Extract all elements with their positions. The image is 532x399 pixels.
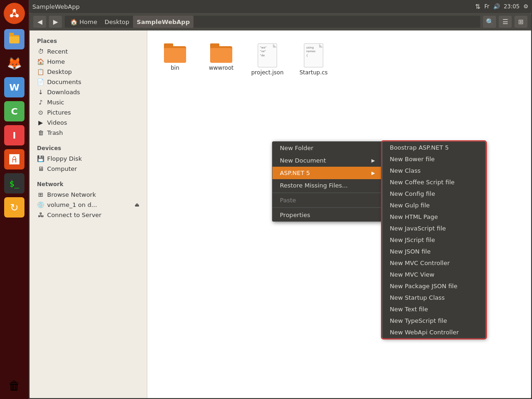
context-menu-separator2	[272, 207, 382, 208]
server-icon: 🖧	[37, 211, 44, 218]
volume-drive-icon: 💿	[37, 201, 44, 208]
recent-icon: ⏱	[37, 48, 44, 55]
search-button[interactable]: 🔍	[483, 16, 496, 28]
dock-item-files[interactable]	[3, 28, 26, 51]
home-icon: 🏠	[37, 58, 44, 65]
pictures-icon: ⊙	[37, 109, 44, 116]
content-area: Places ⏱ Recent 🏠 Home 📋 Desktop 📄	[30, 30, 531, 398]
dock-item-calc[interactable]: C	[3, 100, 26, 123]
toolbar: ◀ ▶ 🏠 Home Desktop SampleWebApp 🔍	[30, 13, 531, 30]
sidebar-item-volume[interactable]: 💿 volume_1 on d... ⏏	[30, 200, 147, 210]
titlebar: SampleWebApp ⇅ Fr 🔊 23:05 ⚙	[29, 0, 532, 13]
submenu-item-bootstrap[interactable]: Boostrap ASP.NET 5	[382, 142, 485, 153]
context-menu-properties[interactable]: Properties	[272, 209, 382, 221]
context-menu: New Folder New Document ▶ ASP.NET 5 ▶	[272, 141, 383, 222]
volume-icon: 🔊	[493, 3, 500, 10]
dock-item-firefox[interactable]: 🦊	[3, 52, 26, 75]
sysinfo-icon1: ⇅	[475, 3, 481, 10]
submenu-item-typescript[interactable]: New TypeScript file	[382, 315, 485, 326]
breadcrumb-desktop[interactable]: Desktop	[101, 16, 133, 28]
submenu-item-class[interactable]: New Class	[382, 165, 485, 176]
sidebar: Places ⏱ Recent 🏠 Home 📋 Desktop 📄	[30, 30, 147, 398]
breadcrumb: 🏠 Home Desktop SampleWebApp	[65, 16, 480, 28]
sidebar-item-computer[interactable]: 🖥 Computer	[30, 163, 147, 174]
places-section-title: Places	[30, 34, 147, 46]
browse-network-icon: ⊞	[37, 191, 44, 198]
submenu-item-json[interactable]: New JSON file	[382, 246, 485, 257]
sidebar-item-trash[interactable]: 🗑 Trash	[30, 127, 147, 138]
sidebar-item-music[interactable]: ♪ Music	[30, 97, 147, 107]
user-label: Fr	[484, 3, 490, 10]
grid-view-button[interactable]: ⊞	[514, 16, 527, 28]
sidebar-item-downloads[interactable]: ↓ Downloads	[30, 87, 147, 97]
aspnet-submenu: Boostrap ASP.NET 5 New Bower file New Cl…	[382, 141, 486, 339]
submenu-item-html[interactable]: New HTML Page	[382, 211, 485, 223]
sidebar-item-floppy[interactable]: 💾 Floppy Disk	[30, 153, 147, 163]
dock-item-ubuntu[interactable]	[3, 2, 26, 25]
trash-icon: 🗑	[37, 129, 44, 136]
home-icon: 🏠	[70, 18, 78, 25]
submenu-item-bower[interactable]: New Bower file	[382, 153, 485, 165]
submenu-item-mvc-controller[interactable]: New MVC Controller	[382, 257, 485, 269]
desktop-icon: 📋	[37, 68, 44, 75]
downloads-icon: ↓	[37, 88, 44, 96]
dock-item-writer[interactable]: W	[3, 76, 26, 99]
app-title: SampleWebApp	[32, 3, 79, 10]
dock-item-updater[interactable]: ↻	[3, 196, 26, 219]
file-manager-window: ◀ ▶ 🏠 Home Desktop SampleWebApp 🔍	[30, 13, 531, 398]
context-menu-new-document[interactable]: New Document ▶	[272, 154, 382, 167]
sidebar-item-documents[interactable]: 📄 Documents	[30, 77, 147, 87]
sidebar-item-desktop[interactable]: 📋 Desktop	[30, 66, 147, 77]
clock: 23:05	[504, 3, 520, 10]
submenu-arrow: ▶	[371, 158, 375, 163]
sidebar-item-videos[interactable]: ▶ Videos	[30, 117, 147, 127]
dock-item-impress[interactable]: I	[3, 124, 26, 147]
settings-icon[interactable]: ⚙	[523, 3, 528, 10]
list-view-button[interactable]: ☰	[499, 16, 512, 28]
context-menu-paste: Paste	[272, 194, 382, 206]
submenu-item-webapi[interactable]: New WebApi Controller	[382, 326, 485, 338]
music-icon: ♪	[37, 98, 44, 106]
submenu-item-coffeescript[interactable]: New Coffee Script file	[382, 176, 485, 188]
sidebar-item-browse-network[interactable]: ⊞ Browse Network	[30, 189, 147, 200]
videos-icon: ▶	[37, 119, 44, 126]
sidebar-item-recent[interactable]: ⏱ Recent	[30, 46, 147, 56]
submenu-arrow-aspnet: ▶	[371, 170, 375, 175]
floppy-icon: 💾	[37, 155, 44, 162]
documents-icon: 📄	[37, 78, 44, 85]
network-section-title: Network	[30, 177, 147, 189]
breadcrumb-home[interactable]: 🏠 Home	[66, 16, 101, 28]
dock-item-software-center[interactable]: 🅰	[3, 148, 26, 171]
submenu-item-jscript[interactable]: New JScript file	[382, 234, 485, 246]
context-menu-aspnet[interactable]: ASP.NET 5 ▶	[272, 167, 382, 179]
dock-item-terminal[interactable]: $_	[3, 172, 26, 195]
context-menu-restore[interactable]: Restore Missing Files...	[272, 179, 382, 192]
submenu-item-config[interactable]: New Config file	[382, 188, 485, 200]
devices-section-title: Devices	[30, 141, 147, 153]
context-menu-separator	[272, 193, 382, 193]
context-menu-overlay[interactable]: New Folder New Document ▶ ASP.NET 5 ▶	[147, 30, 531, 398]
breadcrumb-current[interactable]: SampleWebApp	[133, 16, 193, 28]
back-button[interactable]: ◀	[33, 16, 46, 28]
sidebar-item-home[interactable]: 🏠 Home	[30, 56, 147, 66]
computer-icon: 🖥	[37, 165, 44, 172]
dock-item-trash[interactable]: 🗑	[3, 374, 26, 397]
sidebar-item-connect-server[interactable]: 🖧 Connect to Server	[30, 210, 147, 220]
forward-button[interactable]: ▶	[49, 16, 62, 28]
submenu-item-package-json[interactable]: New Package JSON file	[382, 280, 485, 292]
submenu-item-mvc-view[interactable]: New MVC View	[382, 269, 485, 280]
dock: 🦊 W C I 🅰 $_ ↻ 🗑	[0, 0, 29, 399]
eject-icon[interactable]: ⏏	[135, 202, 139, 208]
submenu-item-text[interactable]: New Text file	[382, 303, 485, 315]
submenu-item-javascript[interactable]: New JavaScript file	[382, 223, 485, 234]
submenu-item-startup-class[interactable]: New Startup Class	[382, 292, 485, 303]
file-area: bin wwwroot	[147, 30, 531, 398]
context-menu-new-folder[interactable]: New Folder	[272, 142, 382, 154]
submenu-item-gulp[interactable]: New Gulp file	[382, 200, 485, 211]
sidebar-item-pictures[interactable]: ⊙ Pictures	[30, 107, 147, 117]
